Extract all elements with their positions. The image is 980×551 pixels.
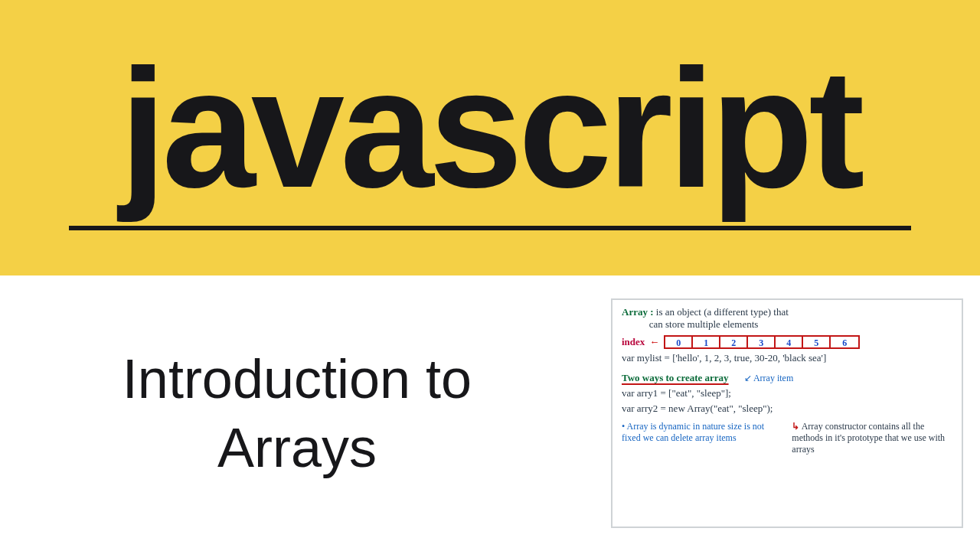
index-label: index — [622, 336, 645, 348]
banner: javascript — [0, 0, 980, 276]
lower-section: Introduction to Arrays Array : is an obj… — [0, 276, 980, 551]
subtitle-wrap: Introduction to Arrays — [0, 344, 611, 482]
arrow-left-icon: ← — [649, 336, 659, 348]
arry1-code: var arry1 = ["eat", "sleep"]; — [622, 387, 954, 399]
subtitle: Introduction to Arrays — [60, 344, 534, 482]
foot-left: • Array is dynamic in nature size is not… — [622, 421, 781, 455]
definition-line: Array : is an object (a different type) … — [622, 306, 954, 331]
bullet-icon: • — [622, 421, 625, 432]
index-cell: 5 — [803, 337, 831, 347]
index-row: index ← 0 1 2 3 4 5 6 — [622, 335, 954, 349]
index-cell: 3 — [748, 337, 776, 347]
array-item-annotation: ↙ Array item — [744, 373, 794, 384]
definition-text1: is an object (a different type) that — [656, 306, 789, 318]
foot-right: ↳ Array constructor contains all the met… — [792, 421, 951, 455]
subtitle-line1: Introduction to — [122, 348, 472, 409]
two-ways-row: Two ways to create array ↙ Array item — [622, 364, 954, 384]
index-cell: 4 — [776, 337, 803, 347]
banner-title: javascript — [119, 53, 860, 204]
index-cell: 1 — [693, 337, 720, 347]
index-cell: 2 — [720, 337, 748, 347]
banner-underline — [69, 226, 911, 230]
arry2-code: var arry2 = new Array("eat", "sleep"); — [622, 403, 954, 415]
definition-label: Array : — [622, 306, 654, 318]
two-ways-heading: Two ways to create array — [622, 372, 729, 384]
handwritten-notes: Array : is an object (a different type) … — [611, 298, 963, 528]
footer-notes: • Array is dynamic in nature size is not… — [622, 421, 954, 455]
index-cell: 0 — [665, 337, 693, 347]
mylist-code: var mylist = ['hello', 1, 2, 3, true, 30… — [622, 352, 954, 364]
definition-text2: can store multiple elements — [649, 318, 759, 330]
subtitle-line2: Arrays — [217, 417, 377, 478]
foot-left-text: Array is dynamic in nature size is not f… — [622, 421, 764, 443]
arrow-down-icon: ↳ — [792, 421, 799, 432]
index-boxes: 0 1 2 3 4 5 6 — [664, 335, 860, 349]
index-cell: 6 — [831, 337, 858, 347]
foot-right-text: Array constructor contains all the metho… — [792, 421, 945, 455]
